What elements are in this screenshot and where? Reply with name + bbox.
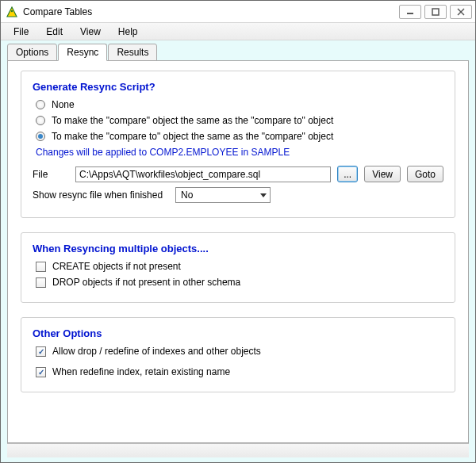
radio-compare-to-same-row[interactable]: To make the "compare to" object the same… — [36, 131, 443, 142]
check-retain-name[interactable] — [36, 367, 46, 377]
check-drop-label: DROP objects if not present in other sch… — [52, 277, 240, 288]
window-controls — [399, 5, 472, 19]
chevron-down-icon — [260, 193, 267, 197]
show-resync-dropdown[interactable]: No — [175, 187, 271, 203]
tab-resync[interactable]: Resync — [58, 44, 107, 61]
window-title: Compare Tables — [23, 6, 399, 17]
menu-edit[interactable]: Edit — [38, 25, 71, 39]
menubar: File Edit View Help — [1, 23, 475, 40]
group-title-other: Other Options — [33, 327, 443, 339]
group-title-generate: Generate Resync Script? — [33, 81, 443, 93]
radio-none-row[interactable]: None — [36, 99, 443, 110]
maximize-button[interactable] — [424, 5, 447, 19]
radio-compare-to-same[interactable] — [36, 132, 45, 141]
file-label: File — [33, 169, 69, 180]
radio-compare-same-row[interactable]: To make the "compare" object the same as… — [36, 115, 443, 126]
tab-page-resync: Generate Resync Script? None To make the… — [7, 60, 469, 443]
svg-point-1 — [11, 10, 13, 11]
statusbar — [7, 443, 469, 457]
check-create-row[interactable]: CREATE objects if not present — [36, 261, 443, 272]
radio-compare-same[interactable] — [36, 116, 45, 125]
check-retain-name-row[interactable]: When redefine index, retain existing nam… — [36, 366, 443, 377]
app-window: Compare Tables File Edit View Help Optio… — [0, 0, 476, 463]
tab-options[interactable]: Options — [7, 44, 57, 61]
menu-view[interactable]: View — [72, 25, 109, 39]
group-multiple-objects: When Resyncing multiple objects.... CREA… — [21, 232, 455, 303]
show-row: Show resync file when finished No — [33, 187, 443, 203]
group-title-multiple: When Resyncing multiple objects.... — [33, 243, 443, 254]
check-allow-drop-label: Allow drop / redefine of indexes and oth… — [52, 346, 261, 357]
check-retain-name-label: When redefine index, retain existing nam… — [52, 366, 230, 377]
show-resync-label: Show resync file when finished — [33, 189, 169, 201]
svg-rect-2 — [407, 13, 413, 14]
titlebar: Compare Tables — [1, 1, 475, 23]
app-icon — [6, 6, 18, 18]
apply-note: Changes will be applied to COMP2.EMPLOYE… — [36, 147, 443, 158]
view-button[interactable]: View — [364, 166, 401, 182]
tabstrip: Options Resync Results — [7, 44, 469, 61]
file-row: File ... View Goto — [33, 166, 443, 182]
goto-button[interactable]: Goto — [407, 166, 443, 182]
close-button[interactable] — [450, 5, 472, 19]
check-create-label: CREATE objects if not present — [52, 261, 181, 272]
minimize-button[interactable] — [399, 5, 421, 19]
group-generate-resync: Generate Resync Script? None To make the… — [21, 71, 455, 218]
radio-none-label: None — [52, 99, 75, 110]
browse-button[interactable]: ... — [337, 166, 358, 182]
file-input[interactable] — [75, 166, 331, 182]
check-allow-drop-row[interactable]: Allow drop / redefine of indexes and oth… — [36, 346, 443, 357]
menu-file[interactable]: File — [6, 25, 36, 39]
check-drop[interactable] — [36, 277, 46, 288]
show-resync-value: No — [181, 189, 193, 201]
radio-compare-to-same-label: To make the "compare to" object the same… — [52, 131, 333, 142]
client-area: Options Resync Results Generate Resync S… — [1, 40, 475, 462]
menu-help[interactable]: Help — [110, 25, 146, 39]
radio-none[interactable] — [36, 100, 45, 109]
svg-rect-3 — [432, 9, 439, 15]
check-allow-drop[interactable] — [36, 346, 46, 357]
group-other-options: Other Options Allow drop / redefine of i… — [21, 317, 455, 392]
tab-results[interactable]: Results — [108, 44, 157, 61]
check-create[interactable] — [36, 262, 46, 272]
check-drop-row[interactable]: DROP objects if not present in other sch… — [36, 277, 443, 288]
radio-compare-same-label: To make the "compare" object the same as… — [52, 115, 333, 126]
